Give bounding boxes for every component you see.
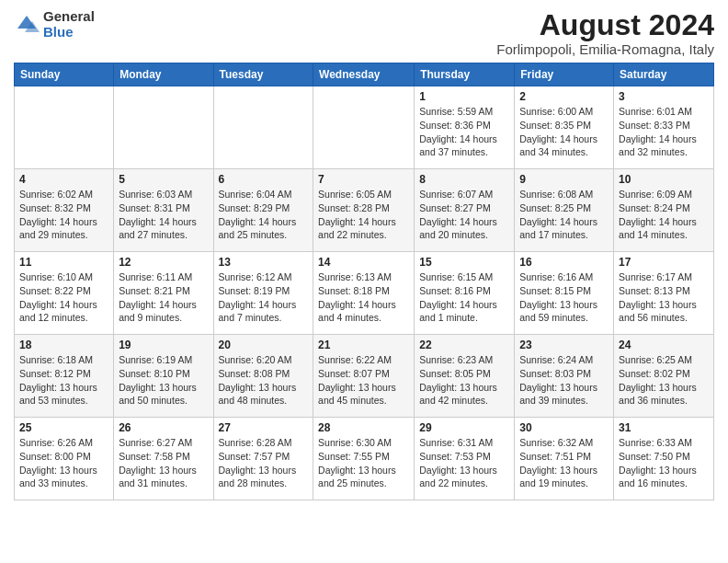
table-row: 29Sunrise: 6:31 AMSunset: 7:53 PMDayligh… bbox=[415, 418, 515, 500]
location: Forlimpopoli, Emilia-Romagna, Italy bbox=[496, 41, 714, 57]
col-monday: Monday bbox=[114, 63, 213, 86]
day-info: Sunrise: 5:59 AMSunset: 8:36 PMDaylight:… bbox=[419, 105, 509, 159]
table-row: 23Sunrise: 6:24 AMSunset: 8:03 PMDayligh… bbox=[515, 335, 614, 418]
table-row: 17Sunrise: 6:17 AMSunset: 8:13 PMDayligh… bbox=[614, 252, 714, 335]
table-row: 3Sunrise: 6:01 AMSunset: 8:33 PMDaylight… bbox=[614, 86, 714, 169]
day-number: 21 bbox=[318, 339, 409, 351]
day-info: Sunrise: 6:26 AMSunset: 8:00 PMDaylight:… bbox=[19, 436, 108, 490]
day-number: 8 bbox=[419, 173, 509, 186]
day-number: 22 bbox=[419, 339, 509, 351]
day-info: Sunrise: 6:00 AMSunset: 8:35 PMDaylight:… bbox=[519, 105, 609, 159]
day-info: Sunrise: 6:12 AMSunset: 8:19 PMDaylight:… bbox=[219, 270, 309, 325]
table-row bbox=[313, 86, 415, 169]
col-friday: Friday bbox=[515, 63, 614, 86]
logo-text: General Blue bbox=[43, 9, 95, 40]
day-number: 12 bbox=[119, 256, 208, 269]
table-row: 27Sunrise: 6:28 AMSunset: 7:57 PMDayligh… bbox=[213, 418, 313, 500]
logo: General Blue bbox=[14, 9, 95, 40]
day-number: 15 bbox=[419, 256, 509, 269]
day-number: 6 bbox=[219, 173, 309, 186]
day-number: 25 bbox=[19, 421, 108, 434]
day-number: 31 bbox=[619, 421, 709, 434]
calendar-table: Sunday Monday Tuesday Wednesday Thursday… bbox=[14, 63, 714, 500]
day-number: 14 bbox=[318, 256, 409, 269]
day-number: 24 bbox=[619, 339, 709, 351]
col-wednesday: Wednesday bbox=[313, 63, 415, 86]
table-row: 20Sunrise: 6:20 AMSunset: 8:08 PMDayligh… bbox=[213, 335, 313, 418]
title-block: August 2024 Forlimpopoli, Emilia-Romagna… bbox=[496, 9, 714, 57]
generalblue-logo-icon bbox=[14, 12, 40, 38]
calendar-week-row: 25Sunrise: 6:26 AMSunset: 8:00 PMDayligh… bbox=[15, 418, 714, 500]
col-tuesday: Tuesday bbox=[213, 63, 313, 86]
table-row: 2Sunrise: 6:00 AMSunset: 8:35 PMDaylight… bbox=[515, 86, 614, 169]
table-row: 18Sunrise: 6:18 AMSunset: 8:12 PMDayligh… bbox=[15, 335, 114, 418]
table-row: 24Sunrise: 6:25 AMSunset: 8:02 PMDayligh… bbox=[614, 335, 714, 418]
day-number: 2 bbox=[519, 90, 609, 103]
day-number: 18 bbox=[19, 339, 108, 351]
table-row: 5Sunrise: 6:03 AMSunset: 8:31 PMDaylight… bbox=[114, 169, 213, 252]
day-info: Sunrise: 6:15 AMSunset: 8:16 PMDaylight:… bbox=[419, 270, 509, 325]
day-number: 19 bbox=[119, 339, 208, 351]
day-number: 27 bbox=[219, 421, 309, 434]
day-info: Sunrise: 6:10 AMSunset: 8:22 PMDaylight:… bbox=[19, 270, 108, 325]
day-number: 23 bbox=[519, 339, 609, 351]
table-row: 30Sunrise: 6:32 AMSunset: 7:51 PMDayligh… bbox=[515, 418, 614, 500]
table-row: 13Sunrise: 6:12 AMSunset: 8:19 PMDayligh… bbox=[213, 252, 313, 335]
table-row: 1Sunrise: 5:59 AMSunset: 8:36 PMDaylight… bbox=[415, 86, 515, 169]
day-info: Sunrise: 6:17 AMSunset: 8:13 PMDaylight:… bbox=[619, 270, 709, 325]
day-number: 16 bbox=[519, 256, 609, 269]
day-info: Sunrise: 6:13 AMSunset: 8:18 PMDaylight:… bbox=[318, 270, 409, 325]
month-year: August 2024 bbox=[496, 9, 714, 41]
table-row bbox=[15, 86, 114, 169]
calendar-week-row: 4Sunrise: 6:02 AMSunset: 8:32 PMDaylight… bbox=[15, 169, 714, 252]
day-number: 3 bbox=[619, 90, 709, 103]
day-info: Sunrise: 6:02 AMSunset: 8:32 PMDaylight:… bbox=[19, 188, 108, 242]
day-number: 10 bbox=[619, 173, 709, 186]
day-info: Sunrise: 6:09 AMSunset: 8:24 PMDaylight:… bbox=[619, 188, 709, 242]
day-info: Sunrise: 6:05 AMSunset: 8:28 PMDaylight:… bbox=[318, 188, 409, 242]
calendar-body: 1Sunrise: 5:59 AMSunset: 8:36 PMDaylight… bbox=[15, 86, 714, 500]
table-row: 25Sunrise: 6:26 AMSunset: 8:00 PMDayligh… bbox=[15, 418, 114, 500]
day-number: 20 bbox=[219, 339, 309, 351]
table-row: 28Sunrise: 6:30 AMSunset: 7:55 PMDayligh… bbox=[313, 418, 415, 500]
calendar-week-row: 11Sunrise: 6:10 AMSunset: 8:22 PMDayligh… bbox=[15, 252, 714, 335]
day-info: Sunrise: 6:27 AMSunset: 7:58 PMDaylight:… bbox=[119, 436, 208, 490]
table-row: 10Sunrise: 6:09 AMSunset: 8:24 PMDayligh… bbox=[614, 169, 714, 252]
day-info: Sunrise: 6:31 AMSunset: 7:53 PMDaylight:… bbox=[419, 436, 509, 490]
calendar-week-row: 18Sunrise: 6:18 AMSunset: 8:12 PMDayligh… bbox=[15, 335, 714, 418]
table-row bbox=[114, 86, 213, 169]
day-info: Sunrise: 6:07 AMSunset: 8:27 PMDaylight:… bbox=[419, 188, 509, 242]
day-info: Sunrise: 6:33 AMSunset: 7:50 PMDaylight:… bbox=[619, 436, 709, 490]
table-row: 26Sunrise: 6:27 AMSunset: 7:58 PMDayligh… bbox=[114, 418, 213, 500]
day-number: 7 bbox=[318, 173, 409, 186]
day-number: 9 bbox=[519, 173, 609, 186]
day-number: 5 bbox=[119, 173, 208, 186]
day-number: 17 bbox=[619, 256, 709, 269]
day-info: Sunrise: 6:28 AMSunset: 7:57 PMDaylight:… bbox=[219, 436, 309, 490]
day-number: 28 bbox=[318, 421, 409, 434]
table-row: 31Sunrise: 6:33 AMSunset: 7:50 PMDayligh… bbox=[614, 418, 714, 500]
day-info: Sunrise: 6:16 AMSunset: 8:15 PMDaylight:… bbox=[519, 270, 609, 325]
table-row: 12Sunrise: 6:11 AMSunset: 8:21 PMDayligh… bbox=[114, 252, 213, 335]
day-info: Sunrise: 6:19 AMSunset: 8:10 PMDaylight:… bbox=[119, 353, 208, 408]
day-info: Sunrise: 6:24 AMSunset: 8:03 PMDaylight:… bbox=[519, 353, 609, 408]
table-row: 15Sunrise: 6:15 AMSunset: 8:16 PMDayligh… bbox=[415, 252, 515, 335]
table-row: 9Sunrise: 6:08 AMSunset: 8:25 PMDaylight… bbox=[515, 169, 614, 252]
table-row: 6Sunrise: 6:04 AMSunset: 8:29 PMDaylight… bbox=[213, 169, 313, 252]
day-info: Sunrise: 6:08 AMSunset: 8:25 PMDaylight:… bbox=[519, 188, 609, 242]
day-number: 11 bbox=[19, 256, 108, 269]
calendar-header-row: Sunday Monday Tuesday Wednesday Thursday… bbox=[15, 63, 714, 86]
day-number: 4 bbox=[19, 173, 108, 186]
table-row: 11Sunrise: 6:10 AMSunset: 8:22 PMDayligh… bbox=[15, 252, 114, 335]
day-info: Sunrise: 6:11 AMSunset: 8:21 PMDaylight:… bbox=[119, 270, 208, 325]
day-info: Sunrise: 6:18 AMSunset: 8:12 PMDaylight:… bbox=[19, 353, 108, 408]
table-row: 14Sunrise: 6:13 AMSunset: 8:18 PMDayligh… bbox=[313, 252, 415, 335]
table-row bbox=[213, 86, 313, 169]
logo-blue: Blue bbox=[43, 25, 95, 40]
table-row: 19Sunrise: 6:19 AMSunset: 8:10 PMDayligh… bbox=[114, 335, 213, 418]
calendar-week-row: 1Sunrise: 5:59 AMSunset: 8:36 PMDaylight… bbox=[15, 86, 714, 169]
day-info: Sunrise: 6:32 AMSunset: 7:51 PMDaylight:… bbox=[519, 436, 609, 490]
day-info: Sunrise: 6:01 AMSunset: 8:33 PMDaylight:… bbox=[619, 105, 709, 159]
table-row: 7Sunrise: 6:05 AMSunset: 8:28 PMDaylight… bbox=[313, 169, 415, 252]
header: General Blue August 2024 Forlimpopoli, E… bbox=[14, 9, 714, 57]
